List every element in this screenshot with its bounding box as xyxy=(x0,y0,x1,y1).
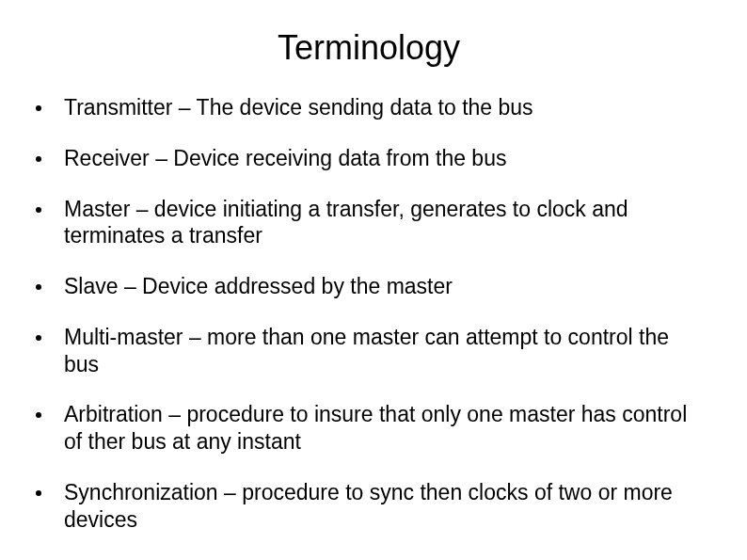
bullet-icon xyxy=(36,156,41,162)
list-item: Slave – Device addressed by the master xyxy=(28,273,709,300)
bullet-icon xyxy=(36,284,41,290)
bullet-text: Slave – Device addressed by the master xyxy=(64,273,709,300)
bullet-text: Synchronization – procedure to sync then… xyxy=(64,479,709,534)
list-item: Transmitter – The device sending data to… xyxy=(28,94,709,121)
bullet-icon xyxy=(36,335,41,341)
bullet-text: Transmitter – The device sending data to… xyxy=(64,94,709,121)
bullet-icon xyxy=(36,207,41,213)
bullet-icon xyxy=(36,490,41,496)
list-item: Synchronization – procedure to sync then… xyxy=(28,479,709,534)
list-item: Arbitration – procedure to insure that o… xyxy=(28,401,709,456)
bullet-text: Arbitration – procedure to insure that o… xyxy=(64,401,709,456)
bullet-list: Transmitter – The device sending data to… xyxy=(28,94,709,533)
bullet-text: Master – device initiating a transfer, g… xyxy=(64,196,709,250)
list-item: Multi-master – more than one master can … xyxy=(28,324,709,378)
bullet-icon xyxy=(36,412,41,418)
bullet-icon xyxy=(36,105,41,111)
list-item: Master – device initiating a transfer, g… xyxy=(28,196,709,250)
bullet-text: Multi-master – more than one master can … xyxy=(64,324,709,378)
slide-title: Terminology xyxy=(28,28,709,68)
bullet-text: Receiver – Device receiving data from th… xyxy=(64,145,709,172)
list-item: Receiver – Device receiving data from th… xyxy=(28,145,709,172)
